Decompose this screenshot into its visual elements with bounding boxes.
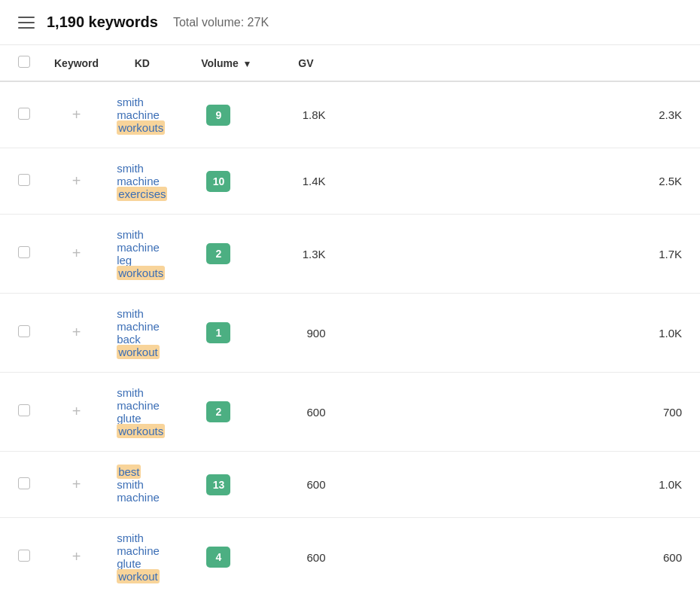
table-body: +smith machine workouts91.8K2.3K+smith m… [0,81,700,594]
volume-cell: 600 [263,452,331,518]
keyword-highlight: workouts [117,424,165,438]
volume-cell: 600 [263,518,331,595]
table-row: +smith machine glute workout4600600 [0,518,700,595]
gv-cell: 2.3K [331,81,700,148]
add-keyword-button[interactable]: + [42,81,111,148]
row-checkbox[interactable] [18,108,30,120]
gv-cell: 1.0K [331,294,700,373]
table-row: +smith machine workouts91.8K2.3K [0,81,700,148]
keyword-cell: best smith machine [111,452,173,518]
row-checkbox-cell [0,215,42,294]
kd-cell: 10 [173,148,263,215]
row-checkbox-cell [0,148,42,215]
keyword-link[interactable]: smith machine workouts [117,96,165,135]
row-checkbox[interactable] [18,174,30,186]
kd-cell: 2 [173,373,263,452]
kd-cell: 2 [173,215,263,294]
kd-badge: 13 [206,474,230,495]
sort-arrow-icon: ▼ [243,59,252,69]
keywords-table-container: Keyword KD Volume ▼ GV +smith machine wo… [0,45,700,594]
kd-cell: 1 [173,294,263,373]
keyword-link[interactable]: best smith machine [117,465,160,504]
keyword-highlight: workouts [117,120,165,135]
plus-icon: + [72,106,81,123]
row-checkbox[interactable] [18,404,30,416]
keyword-highlight: best [117,465,141,479]
plus-icon: + [72,324,81,340]
plus-icon: + [72,476,81,492]
keyword-highlight: workout [117,345,160,359]
keywords-table: Keyword KD Volume ▼ GV +smith machine wo… [0,45,700,594]
select-all-checkbox[interactable] [18,56,30,68]
volume-cell: 600 [263,373,331,452]
kd-badge: 4 [206,547,230,568]
add-keyword-button[interactable]: + [42,215,111,294]
column-header-kd: KD [111,45,173,81]
keyword-cell: smith machine glute workout [111,518,173,595]
gv-cell: 1.0K [331,452,700,518]
page-header: 1,190 keywords Total volume: 27K [0,0,700,45]
keywords-count: 1,190 keywords [47,14,158,31]
row-checkbox-cell [0,518,42,595]
table-row: +smith machine leg workouts21.3K1.7K [0,215,700,294]
row-checkbox-cell [0,294,42,373]
keyword-cell: smith machine exercises [111,148,173,215]
row-checkbox[interactable] [18,325,30,337]
add-keyword-button[interactable]: + [42,373,111,452]
table-row: +best smith machine136001.0K [0,452,700,518]
table-row: +smith machine back workout19001.0K [0,294,700,373]
header-checkbox-cell [0,45,42,81]
gv-cell: 1.7K [331,215,700,294]
keyword-highlight: exercises [117,187,167,201]
keyword-link[interactable]: smith machine glute workout [117,532,160,583]
add-keyword-button[interactable]: + [42,148,111,215]
keyword-highlight: workout [117,569,160,583]
keyword-link[interactable]: smith machine leg workouts [117,228,165,280]
plus-icon: + [72,548,81,565]
plus-icon: + [72,403,81,419]
add-keyword-button[interactable]: + [42,518,111,595]
keyword-link[interactable]: smith machine glute workouts [117,386,165,438]
row-checkbox-cell [0,373,42,452]
keyword-cell: smith machine workouts [111,81,173,148]
row-checkbox[interactable] [18,246,30,258]
kd-cell: 13 [173,452,263,518]
keyword-link[interactable]: smith machine back workout [117,307,160,359]
kd-cell: 4 [173,518,263,595]
gv-cell: 700 [331,373,700,452]
keyword-cell: smith machine leg workouts [111,215,173,294]
volume-cell: 900 [263,294,331,373]
hamburger-menu-icon[interactable] [18,17,35,29]
kd-cell: 9 [173,81,263,148]
table-header-row: Keyword KD Volume ▼ GV [0,45,700,81]
plus-icon: + [72,245,81,261]
volume-cell: 1.8K [263,81,331,148]
row-checkbox-cell [0,452,42,518]
table-row: +smith machine exercises101.4K2.5K [0,148,700,215]
kd-badge: 1 [206,322,230,343]
gv-cell: 600 [331,518,700,595]
keyword-link[interactable]: smith machine exercises [117,162,167,201]
keyword-cell: smith machine glute workouts [111,373,173,452]
volume-cell: 1.3K [263,215,331,294]
table-row: +smith machine glute workouts2600700 [0,373,700,452]
row-checkbox-cell [0,81,42,148]
keyword-cell: smith machine back workout [111,294,173,373]
column-header-keyword: Keyword [42,45,111,81]
kd-badge: 9 [206,105,230,126]
volume-cell: 1.4K [263,148,331,215]
total-volume: Total volume: 27K [173,16,269,29]
kd-badge: 2 [206,401,230,422]
column-header-gv: GV [263,45,331,81]
row-checkbox[interactable] [18,550,30,562]
kd-badge: 2 [206,243,230,264]
plus-icon: + [72,172,81,189]
kd-badge: 10 [206,171,230,192]
gv-cell: 2.5K [331,148,700,215]
column-header-volume[interactable]: Volume ▼ [173,45,263,81]
add-keyword-button[interactable]: + [42,294,111,373]
keyword-highlight: workouts [117,266,165,280]
add-keyword-button[interactable]: + [42,452,111,518]
row-checkbox[interactable] [18,477,30,489]
